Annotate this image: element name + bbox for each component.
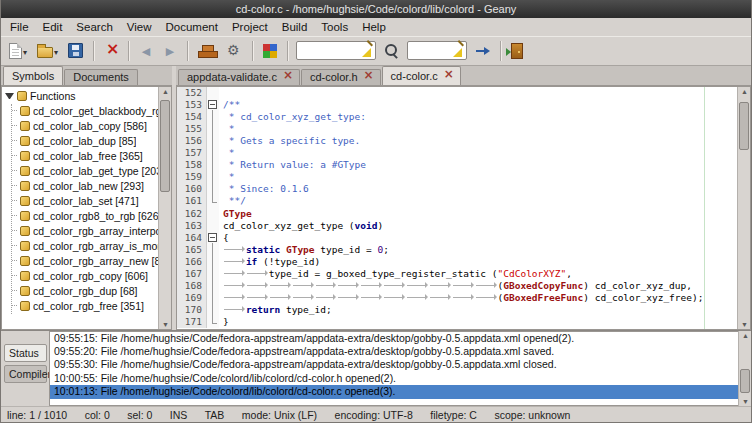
tab-symbols[interactable]: Symbols: [3, 66, 63, 85]
symbol-item[interactable]: cd_color_lab_dup [85]: [12, 134, 158, 149]
back-arrow-icon: [139, 44, 153, 58]
menu-view[interactable]: View: [120, 20, 159, 34]
symbol-item[interactable]: cd_color_lab_copy [586]: [12, 119, 158, 134]
code-line[interactable]: 160 * Since: 0.1.6: [177, 183, 737, 195]
tab-cd-color-h[interactable]: cd-color.h: [301, 69, 381, 85]
color-chooser-button[interactable]: [259, 40, 281, 62]
code-line[interactable]: 152: [177, 87, 737, 99]
expander-icon[interactable]: [5, 93, 14, 99]
nav-back-button[interactable]: [135, 40, 157, 62]
quit-button[interactable]: [507, 39, 527, 63]
code-line[interactable]: 158 * Return value: a #GType: [177, 159, 737, 171]
menu-file[interactable]: File: [3, 20, 36, 34]
code-line[interactable]: 168(GBoxedCopyFunc) cd_color_xyz_dup,: [177, 280, 737, 292]
menu-tools[interactable]: Tools: [314, 20, 355, 34]
code-token: (!type_id): [257, 256, 320, 267]
new-file-button[interactable]: [5, 39, 31, 63]
code-line[interactable]: 159 *: [177, 171, 737, 183]
editor-scrollbar[interactable]: [737, 87, 750, 329]
compile-button[interactable]: [194, 40, 220, 62]
tab-cd-color-c[interactable]: cd-color.c: [382, 66, 461, 85]
code-line[interactable]: 164{: [177, 232, 737, 244]
code-line[interactable]: 166if (!type_id): [177, 256, 737, 268]
close-document-button[interactable]: [100, 40, 122, 62]
code-line[interactable]: 171}: [177, 316, 737, 328]
status-message-row[interactable]: 10:00:55: File /home/hughsie/Code/colord…: [50, 372, 738, 385]
symbol-item[interactable]: cd_color_rgb_copy [606]: [12, 269, 158, 284]
tab-label: cd-color.c: [391, 70, 438, 82]
code-line[interactable]: 162GType: [177, 208, 737, 220]
menu-build[interactable]: Build: [275, 20, 315, 34]
execute-button[interactable]: [222, 39, 246, 63]
symbol-item[interactable]: cd_color_rgb_array_new [896]: [12, 254, 158, 269]
code-text: *: [219, 171, 234, 183]
code-line[interactable]: 156 * Gets a specific type.: [177, 135, 737, 147]
fold-toggle-icon[interactable]: [208, 100, 217, 109]
tab-appdata-validate-c[interactable]: appdata-validate.c: [178, 69, 300, 85]
symbol-item[interactable]: cd_color_lab_get_type [203]: [12, 164, 158, 179]
save-button[interactable]: [64, 39, 87, 62]
status-message-row[interactable]: 09:55:30: File /home/hughsie/Code/fedora…: [50, 358, 738, 371]
code-line[interactable]: 165static GType type_id = 0;: [177, 244, 737, 256]
status-message-row[interactable]: 09:55:20: File /home/hughsie/Code/fedora…: [50, 345, 738, 358]
status-message-row[interactable]: 09:55:15: File /home/hughsie/Code/fedora…: [50, 332, 738, 345]
menu-help[interactable]: Help: [355, 20, 393, 34]
code-line[interactable]: 154 * cd_color_xyz_get_type:: [177, 111, 737, 123]
symbol-item[interactable]: cd_color_rgb_array_interpolate [936]: [12, 224, 158, 239]
code-line[interactable]: 157 *: [177, 147, 737, 159]
symbol-item[interactable]: cd_color_lab_new [293]: [12, 179, 158, 194]
fold-margin[interactable]: [207, 232, 219, 244]
symbol-item[interactable]: cd_color_rgb_array_is_monotonic [826]: [12, 239, 158, 254]
symbol-item[interactable]: cd_color_get_blackbody_rgb [971]: [12, 104, 158, 119]
code-line[interactable]: 163cd_color_xyz_get_type (void): [177, 220, 737, 232]
chevron-down-icon[interactable]: [54, 43, 58, 58]
menu-search[interactable]: Search: [69, 20, 119, 34]
editor[interactable]: 152153/**154 * cd_color_xyz_get_type:155…: [176, 86, 751, 330]
symbol-item[interactable]: cd_color_lab_free [365]: [12, 149, 158, 164]
symbol-item[interactable]: cd_color_lab_set [471]: [12, 194, 158, 209]
method-icon: [20, 106, 30, 116]
chevron-down-icon[interactable]: [23, 43, 27, 58]
clear-icon[interactable]: [453, 45, 465, 57]
search-input[interactable]: [297, 43, 361, 58]
tab-status[interactable]: Status: [4, 344, 47, 362]
code-text: **/: [219, 195, 246, 207]
code-area[interactable]: 152153/**154 * cd_color_xyz_get_type:155…: [177, 87, 737, 329]
symbol-item[interactable]: cd_color_rgb8_to_rgb [626]: [12, 209, 158, 224]
code-line[interactable]: 153/**: [177, 99, 737, 111]
scrollbar-thumb[interactable]: [740, 369, 750, 393]
menu-document[interactable]: Document: [159, 20, 225, 34]
tab-documents[interactable]: Documents: [64, 69, 138, 85]
nav-forward-button[interactable]: [159, 40, 181, 62]
goto-line-button[interactable]: [471, 40, 494, 62]
scrollbar-thumb[interactable]: [739, 102, 749, 150]
titlebar[interactable]: cd-color.c - /home/hughsie/Code/colord/l…: [1, 0, 751, 18]
goto-line-input[interactable]: [408, 43, 452, 58]
close-tab-icon[interactable]: [283, 72, 291, 82]
scrollbar-thumb[interactable]: [160, 100, 170, 192]
symbol-item[interactable]: cd_color_rgb_dup [68]: [12, 284, 158, 299]
code-line[interactable]: 167type_id = g_boxed_type_register_stati…: [177, 268, 737, 280]
code-line[interactable]: 161 **/: [177, 195, 737, 207]
tab-label: Documents: [73, 71, 129, 83]
menu-edit[interactable]: Edit: [36, 20, 70, 34]
symbols-root[interactable]: Functions: [2, 89, 158, 104]
fold-margin[interactable]: [207, 99, 219, 111]
close-tab-icon[interactable]: [364, 72, 372, 82]
code-line[interactable]: 169(GBoxedFreeFunc) cd_color_xyz_free);: [177, 292, 737, 304]
tab-compiler[interactable]: Compiler: [4, 365, 47, 383]
tab-arrow-icon: [360, 293, 383, 301]
fold-toggle-icon[interactable]: [208, 233, 217, 242]
menu-project[interactable]: Project: [225, 20, 275, 34]
code-line[interactable]: 155 *: [177, 123, 737, 135]
search-button[interactable]: [380, 39, 403, 62]
close-tab-icon[interactable]: [444, 71, 452, 81]
open-file-button[interactable]: [33, 39, 62, 62]
symbol-item[interactable]: cd_color_rgb_free [351]: [12, 299, 158, 314]
code-line[interactable]: 170return type_id;: [177, 304, 737, 316]
clear-icon[interactable]: [362, 45, 374, 57]
messages-scrollbar[interactable]: [738, 331, 751, 407]
status-message-row[interactable]: 10:01:13: File /home/hughsie/Code/colord…: [50, 385, 738, 398]
sidebar-scrollbar[interactable]: [158, 87, 171, 329]
fold-line: [212, 159, 213, 171]
